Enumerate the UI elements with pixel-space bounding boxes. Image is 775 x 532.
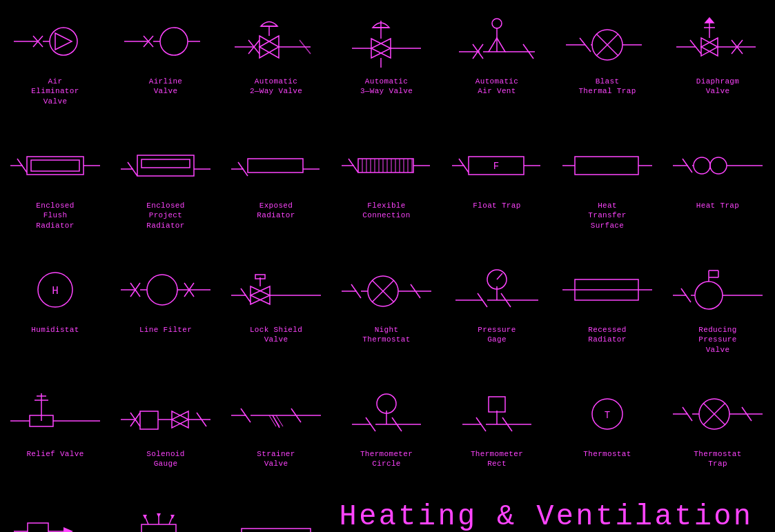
unit-ventilator-item: Unit Ventilator — [221, 500, 331, 532]
exposed-radiator-symbol — [224, 135, 328, 197]
line-filter-symbol — [114, 259, 217, 321]
svg-marker-15 — [259, 36, 279, 58]
svg-point-3 — [50, 28, 77, 55]
svg-marker-115 — [251, 286, 270, 304]
thermostat-label: Thermostat — [583, 449, 631, 459]
svg-rect-202 — [28, 523, 48, 533]
thermometer-circle-item: Thermometer Circle — [331, 376, 442, 486]
svg-point-143 — [695, 282, 723, 309]
line-filter-label: Line Filter — [139, 325, 192, 335]
svg-rect-59 — [27, 157, 84, 175]
lock-shield-valve-item: Lock Shield Valve — [221, 252, 331, 362]
svg-rect-206 — [141, 524, 176, 533]
unit-heater-1-directional-symbol — [3, 507, 107, 532]
svg-line-133 — [497, 273, 502, 279]
thermostat-trap-symbol — [666, 383, 769, 445]
thermometer-circle-label: Thermometer Circle — [360, 449, 413, 469]
night-thermostat-label: Night Thermostat — [362, 325, 410, 345]
svg-marker-52 — [705, 18, 714, 23]
thermostat-trap-label: Thermostat Trap — [694, 449, 741, 469]
solenoid-gauge-item: Solenoid Gauge — [110, 376, 221, 486]
recessed-radiator-item: Recessed Radiator — [552, 252, 663, 362]
svg-marker-48 — [701, 38, 718, 56]
night-thermostat-item: Night Thermostat — [331, 252, 442, 362]
blast-thermal-trap-symbol — [556, 10, 659, 72]
airline-valve-label: Airline Valve — [149, 77, 183, 97]
air-eliminator-valve-label: Air Eliminator Valve — [31, 77, 79, 106]
solenoid-gauge-symbol — [114, 383, 217, 445]
float-trap-label: Float Trap — [473, 201, 520, 210]
diaphragm-valve-symbol — [666, 10, 769, 72]
enclosed-project-radiator-symbol — [114, 135, 217, 197]
svg-point-34 — [492, 19, 502, 28]
pressure-gage-symbol — [445, 259, 549, 321]
svg-marker-205 — [63, 527, 73, 533]
strainer-valve-label: Strainer Valve — [257, 449, 295, 469]
flexible-connection-label: Flexible Connection — [362, 201, 410, 221]
svg-text:H: H — [52, 285, 59, 297]
auto-air-vent-symbol — [445, 10, 549, 72]
svg-rect-187 — [489, 397, 505, 412]
auto-3way-valve-symbol — [335, 10, 438, 72]
humidistat-label: Humidistat — [31, 325, 79, 335]
svg-point-9 — [160, 28, 188, 55]
heat-trap-label: Heat Trap — [696, 201, 739, 210]
thermostat-symbol: T — [556, 383, 659, 445]
enclosed-flush-radiator-item: Enclosed Flush Radiator — [0, 128, 110, 238]
unit-ventilator-symbol — [224, 507, 328, 532]
svg-point-180 — [377, 394, 396, 413]
svg-line-174 — [269, 415, 276, 426]
heat-transfer-surface-symbol — [556, 135, 659, 197]
svg-rect-65 — [141, 159, 190, 168]
svg-point-99 — [710, 157, 727, 174]
svg-marker-163 — [172, 411, 188, 428]
diaphragm-valve-item: Diaphragm Valve — [663, 3, 773, 114]
reducing-pressure-valve-symbol — [666, 259, 769, 321]
enclosed-flush-radiator-symbol — [3, 135, 107, 197]
thermometer-rect-label: Thermometer Rect — [471, 449, 523, 469]
auto-2way-valve-label: Automatic 2—Way Valve — [250, 77, 302, 97]
auto-2way-valve-symbol — [224, 10, 328, 72]
airline-valve-item: Airline Valve — [110, 3, 221, 114]
thermometer-circle-symbol — [335, 383, 438, 445]
lock-shield-valve-symbol — [224, 259, 328, 321]
lock-shield-valve-label: Lock Shield Valve — [250, 325, 302, 345]
humidistat-symbol: H — [3, 259, 107, 321]
svg-marker-22 — [371, 39, 391, 58]
auto-air-vent-label: Automatic Air Vent — [475, 77, 518, 97]
svg-text:T: T — [605, 410, 610, 421]
enclosed-project-radiator-item: Enclosed Project Radiator — [110, 128, 221, 238]
strainer-valve-item: Strainer Valve — [221, 376, 331, 486]
svg-rect-160 — [140, 411, 158, 429]
svg-rect-69 — [248, 159, 303, 173]
auto-2way-valve-item: Automatic 2—Way Valve — [221, 3, 331, 114]
svg-marker-162 — [172, 411, 188, 428]
enclosed-flush-radiator-label: Enclosed Flush Radiator — [36, 201, 74, 230]
reducing-pressure-valve-item: Reducing Pressure Valve — [663, 252, 773, 362]
svg-rect-215 — [242, 529, 311, 533]
pressure-gage-label: Pressure Gage — [478, 325, 516, 345]
heat-trap-item: Heat Trap — [663, 128, 773, 238]
svg-marker-211 — [157, 513, 161, 518]
svg-rect-60 — [31, 160, 79, 171]
humidistat-item: H Humidistat — [0, 252, 110, 362]
thermostat-item: T Thermostat — [552, 376, 663, 486]
line-filter-item: Line Filter — [110, 252, 221, 362]
airline-valve-symbol — [114, 10, 217, 72]
float-trap-item: F Float Trap — [442, 128, 552, 238]
relief-valve-label: Relief Valve — [26, 449, 84, 459]
svg-marker-116 — [251, 286, 270, 304]
strainer-valve-symbol — [224, 383, 328, 445]
svg-marker-23 — [371, 39, 391, 58]
unit-heater-3-directional-symbol — [114, 507, 217, 532]
svg-marker-47 — [701, 38, 718, 56]
pressure-gage-item: Pressure Gage — [442, 252, 552, 362]
svg-line-176 — [276, 415, 283, 426]
enclosed-project-radiator-label: Enclosed Project Radiator — [146, 201, 184, 230]
heat-trap-symbol — [666, 135, 769, 197]
auto-3way-valve-label: Automatic 3—Way Valve — [360, 77, 413, 97]
heat-transfer-surface-label: Heat Transfer Surface — [588, 201, 626, 230]
svg-point-107 — [147, 275, 177, 305]
svg-marker-5 — [55, 33, 72, 50]
flexible-connection-item: Flexible Connection — [331, 128, 442, 238]
